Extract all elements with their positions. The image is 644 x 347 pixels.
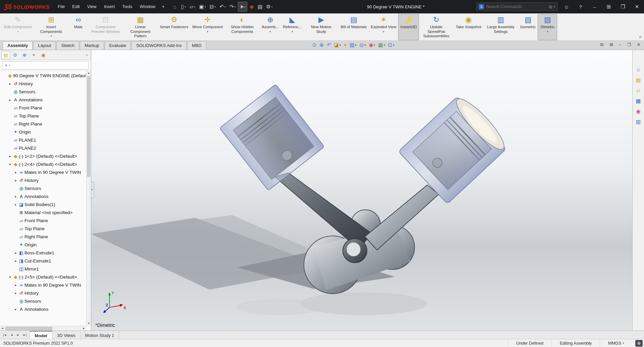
graphics-area[interactable]: Y X Z *Dimetric bbox=[91, 50, 632, 331]
options-icon[interactable]: ⚙▾ bbox=[264, 2, 274, 12]
fm-tabs-overflow-icon[interactable]: › bbox=[84, 52, 90, 57]
large-assembly-settings-button[interactable]: ▥Large Assembly Settings bbox=[483, 14, 518, 40]
search-icon[interactable]: ⊙ bbox=[549, 4, 552, 9]
scroll-up-icon[interactable]: ▲ bbox=[87, 71, 91, 76]
home-icon[interactable]: ⌂ bbox=[171, 2, 179, 12]
expand-caret-icon[interactable]: ▸ bbox=[13, 291, 18, 295]
solidworks-resources-button[interactable]: ⌂ bbox=[634, 65, 643, 74]
dropdown-caret-icon[interactable]: ▾ bbox=[270, 30, 271, 34]
split-pane-vertical-icon[interactable]: ⊞ bbox=[607, 41, 615, 48]
dropdown-caret-icon[interactable]: ▾ bbox=[214, 5, 216, 8]
file-properties-icon[interactable]: ▤ bbox=[256, 2, 264, 12]
dropdown-caret-icon[interactable]: ▾ bbox=[50, 35, 52, 38]
ribbon-collapse-icon[interactable]: ^ bbox=[639, 36, 641, 40]
tree-item[interactable]: ▸AAnnotations bbox=[1, 305, 86, 313]
mate-button[interactable]: ∞Mate bbox=[68, 14, 88, 40]
update-speedpak-button[interactable]: ↻Update SpeedPak Subassemblies bbox=[419, 14, 454, 40]
rebuild-icon[interactable]: ◆ bbox=[248, 2, 256, 12]
tree-item[interactable]: ▱Right Plane bbox=[1, 120, 86, 128]
tab-mbd[interactable]: MBD bbox=[187, 41, 206, 50]
panel-splitter-handle[interactable] bbox=[91, 182, 94, 198]
tree-item[interactable]: ▾◆(-) 2<4> (Default) <<Default> bbox=[1, 160, 86, 168]
design-library-button[interactable]: ▤ bbox=[634, 75, 643, 85]
assembly-features-button[interactable]: ⊕Assemb...▾ bbox=[260, 14, 281, 40]
dropdown-caret-icon[interactable]: ▾ bbox=[374, 44, 375, 47]
tree-item[interactable]: ▱Right Plane bbox=[1, 233, 86, 241]
bill-of-materials-button[interactable]: ▤Bill of Materials bbox=[339, 14, 369, 40]
dropdown-caret-icon[interactable]: ▾ bbox=[383, 30, 384, 34]
hide-show-items-button[interactable]: ◎▾ bbox=[359, 41, 367, 49]
isometric-view-button[interactable]: ▧Isometric bbox=[518, 14, 538, 40]
3d-model-view[interactable] bbox=[91, 50, 632, 331]
tab-evaluate[interactable]: Evaluate bbox=[105, 41, 131, 50]
menu-tools[interactable]: Tools bbox=[118, 0, 136, 13]
dropdown-caret-icon[interactable]: ▾ bbox=[184, 5, 186, 8]
scroll-right-icon[interactable]: ► bbox=[82, 326, 86, 331]
dropdown-caret-icon[interactable]: ▾ bbox=[292, 30, 293, 34]
expand-caret-icon[interactable]: ▸ bbox=[13, 251, 18, 255]
doc-tab-3d-views[interactable]: 3D Views bbox=[52, 331, 80, 339]
measure-button[interactable]: ⌖ bbox=[343, 41, 347, 49]
filter-funnel-icon[interactable]: ▼ bbox=[4, 63, 8, 67]
featuremanager-tab[interactable]: ▤ bbox=[1, 51, 10, 59]
displaymanager-tab[interactable]: ◉ bbox=[39, 51, 48, 59]
doc-minimize-icon[interactable]: – bbox=[616, 41, 624, 48]
display-style-button[interactable]: ▧▾ bbox=[348, 41, 357, 49]
expand-caret-icon[interactable]: ▸ bbox=[13, 259, 18, 263]
expand-caret-icon[interactable]: ▸ bbox=[13, 195, 18, 198]
tile-windows-icon[interactable]: ⊞ bbox=[602, 0, 616, 13]
tree-item[interactable]: ▸AAnnotations bbox=[1, 96, 86, 104]
propertymanager-tab[interactable]: ⚙ bbox=[11, 51, 19, 59]
view-settings-button[interactable]: ⊡▾ bbox=[387, 41, 395, 49]
show-hidden-components-button[interactable]: ◐Show Hidden Components bbox=[225, 14, 260, 40]
pin-menu-icon[interactable]: ✦ bbox=[159, 4, 168, 9]
redo-icon[interactable]: ↷▾ bbox=[228, 2, 237, 12]
take-snapshot-button[interactable]: ◉Take Snapshot bbox=[454, 14, 483, 40]
expand-caret-icon[interactable]: ▸ bbox=[13, 203, 18, 206]
tree-item[interactable]: ▸∞Mates in 90 Degree V TWIN bbox=[1, 281, 86, 289]
dropdown-caret-icon[interactable]: ▾ bbox=[393, 44, 394, 47]
tree-item[interactable]: ▾◆(-) 2<5> (Default) <<Default> bbox=[1, 273, 86, 281]
scroll-down-icon[interactable]: ▼ bbox=[87, 321, 91, 326]
units-selector[interactable]: MMGS▾ bbox=[600, 339, 632, 347]
tree-item[interactable]: ▸↺History bbox=[1, 80, 86, 88]
zoom-area-button[interactable]: ⊕ bbox=[319, 41, 325, 49]
expand-caret-icon[interactable]: ▸ bbox=[13, 307, 18, 311]
previous-view-button[interactable]: ↶ bbox=[326, 41, 332, 49]
minimize-icon[interactable]: – bbox=[588, 0, 602, 13]
tree-item[interactable]: ▸◪Solid Bodies(1) bbox=[1, 200, 86, 208]
apply-scene-button[interactable]: ▦▾ bbox=[377, 41, 386, 49]
first-tab-icon[interactable]: |◄ bbox=[1, 333, 8, 337]
expand-caret-icon[interactable]: ▸ bbox=[13, 179, 18, 182]
help-icon[interactable]: ? bbox=[574, 0, 588, 13]
tree-item[interactable]: ◎Sensors bbox=[1, 184, 86, 192]
close-icon[interactable]: ✕ bbox=[630, 0, 644, 13]
open-document-icon[interactable]: ▱▾ bbox=[188, 2, 197, 12]
dropdown-caret-icon[interactable]: ▾ bbox=[365, 44, 366, 47]
user-account-icon[interactable]: ☺ bbox=[559, 0, 574, 13]
reference-geometry-button[interactable]: ◣Referenc...▾ bbox=[281, 14, 304, 40]
last-tab-icon[interactable]: ►| bbox=[21, 333, 28, 337]
exploded-view-button[interactable]: ✶Exploded View▾ bbox=[369, 14, 398, 40]
tree-item[interactable]: ▸↺History bbox=[1, 176, 86, 184]
tree-filter-input[interactable] bbox=[10, 63, 87, 68]
dropdown-caret-icon[interactable]: ▾ bbox=[234, 5, 236, 8]
tree-item[interactable]: ▸↺History bbox=[1, 289, 86, 297]
tree-item[interactable]: ▸AAnnotations bbox=[1, 192, 86, 200]
menu-window[interactable]: Window bbox=[136, 0, 159, 13]
tree-vertical-scrollbar[interactable]: ▲ ▼ bbox=[86, 71, 91, 326]
expand-caret-icon[interactable]: ▾ bbox=[8, 162, 12, 166]
menu-file[interactable]: File bbox=[54, 0, 68, 13]
doc-restore-icon[interactable]: ❐ bbox=[625, 41, 633, 48]
tree-item[interactable]: ≣Material <not specified> bbox=[1, 208, 86, 216]
view-palette-button[interactable]: ▦ bbox=[634, 96, 643, 105]
doc-close-icon[interactable]: ✕ bbox=[635, 41, 643, 48]
tab-assembly[interactable]: Assembly bbox=[3, 41, 33, 50]
tree-item[interactable]: ▸◨Cut-Extrude1 bbox=[1, 257, 86, 265]
tree-item[interactable]: ◫Mirror1 bbox=[1, 265, 86, 273]
dropdown-caret-icon[interactable]: ▾ bbox=[207, 30, 208, 34]
tab-markup[interactable]: Markup bbox=[80, 41, 104, 50]
save-icon[interactable]: ▣▾ bbox=[198, 2, 208, 12]
tree-item[interactable]: ▱Front Plane bbox=[1, 104, 86, 112]
tree-item[interactable]: ▱PLANE1 bbox=[1, 136, 86, 144]
